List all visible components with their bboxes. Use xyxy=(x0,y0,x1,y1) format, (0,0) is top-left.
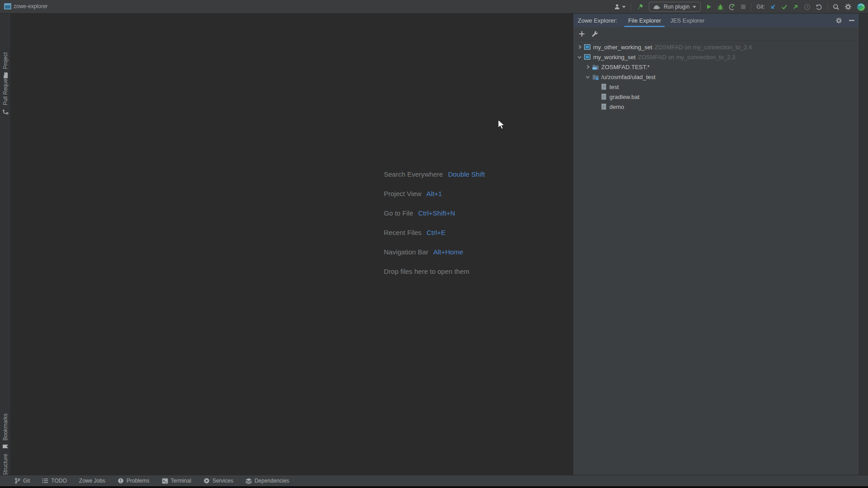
tab-label: JES Explorer xyxy=(670,17,704,24)
statusbar-item-terminal[interactable]: Terminal xyxy=(162,478,191,484)
hide-panel-icon[interactable] xyxy=(849,20,854,21)
undo-button[interactable] xyxy=(816,4,822,10)
build-hammer-icon[interactable] xyxy=(636,3,644,11)
shortcut-action: Go to File xyxy=(384,209,413,217)
problems-icon xyxy=(118,478,124,484)
tree-row[interactable]: demo xyxy=(573,102,859,112)
tree-label: demo xyxy=(609,103,624,110)
status-bar: Git TODO Zowe Jobs Problems Terminal Ser… xyxy=(0,475,868,486)
tree-suffix: ZOSMFAD on my_connection_to_2.4 xyxy=(655,44,752,51)
statusbar-item-zowe-jobs[interactable]: Zowe Jobs xyxy=(79,478,105,484)
user-account-icon[interactable] xyxy=(613,3,626,10)
run-button[interactable] xyxy=(706,4,712,10)
search-everywhere-icon[interactable] xyxy=(833,4,840,10)
bookmark-icon xyxy=(2,444,9,449)
tab-file-explorer[interactable]: File Explorer xyxy=(623,14,665,27)
tree-row[interactable]: my_other_working_set ZOSMFAD on my_conne… xyxy=(573,42,859,52)
working-set-icon xyxy=(583,54,591,60)
chevron-down-icon[interactable] xyxy=(584,75,591,79)
tab-jes-explorer[interactable]: JES Explorer xyxy=(665,14,709,27)
sidebar-item-bookmarks[interactable]: Bookmarks xyxy=(1,410,10,453)
tree-row[interactable]: gradlew.bat xyxy=(573,92,859,102)
statusbar-item-todo[interactable]: TODO xyxy=(42,478,66,484)
panel-title: Zowe Explorer: xyxy=(578,17,617,24)
statusbar-item-services[interactable]: Services xyxy=(203,478,233,484)
sidebar-item-label: Bookmarks xyxy=(2,413,9,441)
shortcut-keys: Alt+Home xyxy=(433,248,463,256)
statusbar-item-label: Zowe Jobs xyxy=(79,478,105,484)
settings-gear-icon[interactable] xyxy=(844,3,852,10)
shortcut-keys: Ctrl+E xyxy=(426,229,445,236)
panel-settings-gear-icon[interactable] xyxy=(835,17,842,24)
chevron-right-icon[interactable] xyxy=(576,45,583,49)
file-explorer-tree: my_other_working_set ZOSMFAD on my_conne… xyxy=(573,41,859,112)
statusbar-item-label: TODO xyxy=(51,478,66,484)
stop-button[interactable] xyxy=(741,4,746,9)
sidebar-item-label: Structure xyxy=(2,454,9,476)
shortcut-keys: Double Shift xyxy=(448,170,485,178)
dependencies-layers-icon xyxy=(245,478,252,484)
title-bar: zowe-explorer Run plugin Git: xyxy=(0,0,868,14)
add-profile-button[interactable] xyxy=(579,31,585,37)
sidebar-item-label: Pull Requests xyxy=(2,72,9,105)
git-label: Git: xyxy=(756,4,765,10)
chevron-down-icon[interactable] xyxy=(576,55,583,59)
tree-label: my_other_working_set xyxy=(593,44,652,51)
shortcut-action: Project View xyxy=(384,190,421,197)
git-push-button[interactable] xyxy=(793,4,799,10)
git-commit-button[interactable] xyxy=(781,4,788,10)
tree-suffix: ZOSMFAD on my_connection_to_2.3 xyxy=(638,54,735,61)
edit-config-wrench-icon[interactable] xyxy=(592,31,598,37)
profiler-button[interactable] xyxy=(729,4,736,10)
ide-avatar-icon[interactable] xyxy=(857,3,865,11)
mouse-cursor xyxy=(498,119,507,133)
chevron-down-icon xyxy=(693,6,696,8)
debug-button[interactable] xyxy=(717,4,724,10)
editor-area: Search EverywhereDouble Shift Project Vi… xyxy=(11,14,573,475)
tree-row[interactable]: /u/zosmfad/ulad_test xyxy=(573,72,859,82)
statusbar-item-git[interactable]: Git xyxy=(14,478,30,484)
working-set-icon xyxy=(583,44,591,50)
file-icon xyxy=(599,103,608,110)
bottom-border-strip xyxy=(0,486,868,488)
shortcut-action: Navigation Bar xyxy=(384,248,428,256)
statusbar-item-label: Problems xyxy=(127,478,150,484)
sidebar-item-pull-requests[interactable]: Pull Requests xyxy=(1,68,10,118)
toolbar-separator xyxy=(751,3,751,10)
dataset-folder-icon: DS8 xyxy=(591,64,599,70)
window-title: zowe-explorer xyxy=(14,3,47,9)
file-icon xyxy=(599,94,608,100)
svg-text:DS8: DS8 xyxy=(592,67,596,70)
statusbar-item-label: Services xyxy=(212,478,233,484)
empty-editor-shortcuts: Search EverywhereDouble Shift Project Vi… xyxy=(384,170,485,287)
statusbar-item-dependencies[interactable]: Dependencies xyxy=(245,478,289,484)
shortcut-action: Search Everywhere xyxy=(384,170,443,178)
left-tool-stripe: Project Pull Requests Bookmarks Structur… xyxy=(0,14,11,475)
run-configuration-select[interactable]: Run plugin xyxy=(649,2,701,12)
history-clock-icon[interactable] xyxy=(804,4,811,10)
statusbar-item-label: Git xyxy=(23,478,30,484)
tree-row[interactable]: DS8 ZOSMFAD.TEST.* xyxy=(573,62,859,72)
pull-request-icon xyxy=(2,108,9,115)
tree-row[interactable]: test xyxy=(573,82,859,92)
tree-row[interactable]: my_working_set ZOSMFAD on my_connection_… xyxy=(573,52,859,62)
run-configuration-label: Run plugin xyxy=(664,4,689,10)
statusbar-item-label: Terminal xyxy=(171,478,191,484)
statusbar-item-problems[interactable]: Problems xyxy=(118,478,150,484)
chevron-right-icon[interactable] xyxy=(584,65,591,69)
tool-window-header: Zowe Explorer: File Explorer JES Explore… xyxy=(573,14,859,27)
todo-list-icon xyxy=(42,478,48,483)
toolbar-separator xyxy=(827,3,828,10)
git-update-button[interactable] xyxy=(770,4,776,10)
file-icon xyxy=(599,84,608,90)
uss-folder-icon xyxy=(591,74,599,80)
app-window-icon xyxy=(4,3,11,10)
tree-label: /u/zosmfad/ulad_test xyxy=(601,74,656,80)
tree-label: gradlew.bat xyxy=(609,94,640,100)
gradle-elephant-icon xyxy=(653,5,660,9)
tree-label: my_working_set xyxy=(593,54,636,61)
shortcut-keys: Alt+1 xyxy=(426,190,442,197)
git-branch-icon xyxy=(14,478,20,484)
terminal-icon xyxy=(162,478,168,484)
tab-label: File Explorer xyxy=(628,17,661,24)
